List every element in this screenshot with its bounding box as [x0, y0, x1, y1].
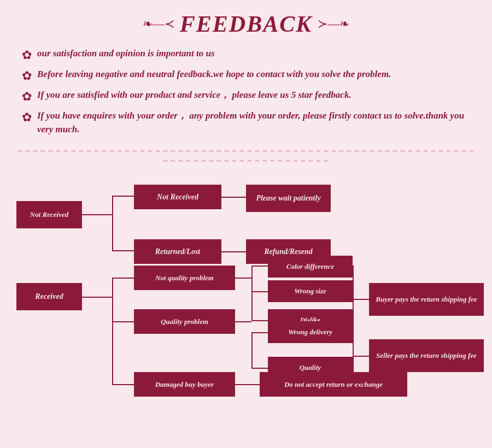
line-v-bracket-top: [112, 196, 113, 250]
line-to-quality-item: [251, 368, 268, 369]
bullet-icon-4: ✿: [22, 110, 32, 125]
returned-lost-box: Returned/Lost: [134, 239, 221, 264]
received-label-box: Received: [16, 283, 82, 310]
color-diff-box: Color difference: [268, 256, 353, 278]
page-container: ❧—≺ FEEDBACK ≻—❧ ✿ our satisfaction and …: [0, 0, 492, 448]
line-h-to-buyerpays: [353, 299, 369, 300]
header-section: ❧—≺ FEEDBACK ≻—❧: [16, 11, 476, 37]
line-to-noaccept: [235, 384, 260, 385]
feedback-point-4: ✿ If you have enquires with your order， …: [22, 109, 470, 136]
line-to-notquality: [112, 278, 134, 279]
line-v-recv-bracket: [112, 278, 113, 384]
line-h-to-sellerpays: [353, 356, 369, 357]
line-v-nq-bracket: [251, 266, 253, 320]
line-h-to-pleasewait: [221, 197, 246, 198]
line-to-colordiff: [251, 266, 268, 267]
feedback-point-2: ✿ Before leaving negative and neutral fe…: [22, 68, 470, 83]
not-received-box: Not Received: [134, 185, 221, 209]
left-decoration: ❧—≺: [143, 17, 174, 31]
please-wait-box: Please wait patiently: [246, 185, 331, 212]
damaged-box: Damaged buy buyer: [134, 372, 235, 397]
feedback-point-1: ✿ our satisfaction and opinion is import…: [22, 47, 470, 62]
line-to-dislike: [251, 320, 268, 321]
not-received-label-box: Not Received: [16, 201, 82, 228]
right-decoration: ≻—❧: [318, 17, 349, 31]
wrong-delivery-box: Wrong delivery: [268, 321, 353, 343]
feedback-points: ✿ our satisfaction and opinion is import…: [22, 47, 470, 136]
line-to-quality: [112, 321, 134, 322]
bullet-icon-2: ✿: [22, 69, 32, 83]
line-to-damaged: [112, 384, 134, 385]
point-text-4: If you have enquires with your order， an…: [37, 109, 470, 136]
page-title: FEEDBACK: [180, 11, 312, 37]
quality-problem-box: Quality problem: [134, 309, 235, 334]
wrong-size-box: Wrong size: [268, 280, 353, 302]
line-h-to-returned-box: [112, 250, 134, 251]
line-nq-to-bracket: [235, 278, 251, 279]
line-h-to-notrecv-box: [112, 196, 134, 197]
line-to-wrongdelivery: [251, 332, 268, 333]
bullet-icon-1: ✿: [22, 48, 32, 62]
line-h-notrecv: [82, 214, 112, 215]
line-qp-to-bracket: [235, 321, 251, 322]
buyer-pays-box: Buyer pays the return shipping fee: [369, 283, 484, 316]
flowchart: Not Received Not Received Returned/Lost …: [16, 176, 492, 395]
line-to-wrongsize: [251, 291, 268, 292]
divider-ornament: ～～～～～～～～～～～～～～～～～～～～～～～～～～～～～～～～～～～～～～～～…: [16, 146, 476, 166]
line-v-qp-bracket: [251, 332, 253, 368]
line-h-to-refund: [221, 251, 246, 252]
feedback-point-3: ✿ If you are satisfied with our product …: [22, 89, 470, 104]
point-text-3: If you are satisfied with our product an…: [37, 89, 352, 102]
point-text-2: Before leaving negative and neutral feed…: [37, 68, 391, 81]
not-quality-box: Not quality problem: [134, 266, 235, 290]
line-h-recv: [82, 297, 112, 298]
bullet-icon-3: ✿: [22, 90, 32, 104]
no-accept-box: Do not accept return or exchange: [260, 372, 407, 397]
seller-pays-box: Seller pays the return shipping fee: [369, 339, 484, 372]
point-text-1: our satisfaction and opinion is importan…: [37, 47, 215, 61]
